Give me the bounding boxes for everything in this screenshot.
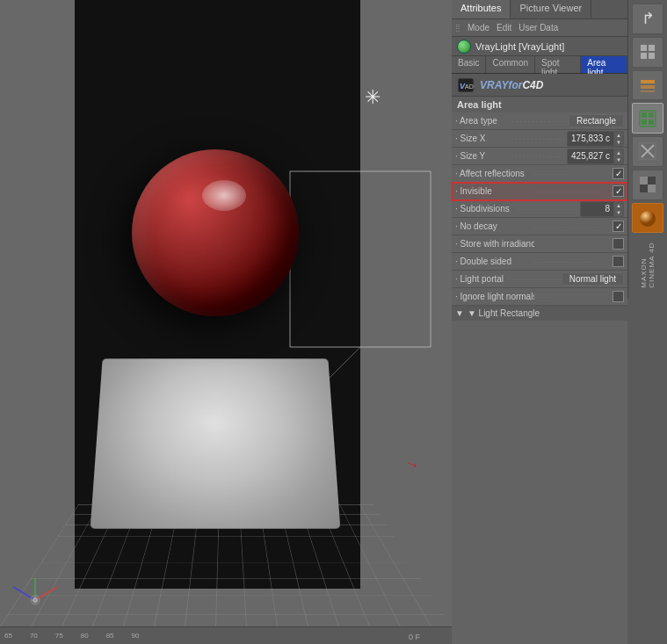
prop-label-size-y: · Size Y: [455, 151, 511, 161]
prop-value-light-portal[interactable]: Normal light: [562, 272, 624, 286]
checkbox-ignore-normals[interactable]: [613, 291, 624, 302]
dots-8: ···············: [534, 257, 613, 266]
prop-label-light-portal: · Light portal: [455, 274, 508, 284]
svg-rect-32: [648, 177, 656, 185]
panel-tab-bar: Attributes Picture Viewer: [452, 0, 627, 19]
spinner-down-sub[interactable]: ▼: [614, 209, 623, 216]
zero-frame-label: 0 F: [409, 633, 420, 641]
spinner-up-sub[interactable]: ▲: [614, 202, 623, 209]
ruler-tick-65: 65: [4, 632, 12, 640]
svg-line-6: [13, 587, 35, 600]
svg-rect-31: [648, 185, 656, 192]
prop-label-size-x: · Size X: [455, 134, 511, 143]
dots-10: ·····: [534, 293, 613, 301]
spinner-arrows-x[interactable]: ▲ ▼: [613, 132, 623, 146]
prop-label-affect-reflections: · Affect reflections: [455, 169, 534, 178]
prop-double-sided: · Double sided ···············: [452, 253, 627, 271]
prop-label-double-sided: · Double sided: [455, 257, 534, 266]
prop-value-size-y[interactable]: 425,827 c ▲ ▼: [567, 148, 624, 164]
prop-affect-reflections: · Affect reflections ········· ✓: [452, 165, 627, 183]
collapse-icon: ▼: [455, 308, 464, 318]
tool-arrow[interactable]: ↱: [632, 4, 663, 34]
section-title: Area light: [452, 97, 627, 112]
prop-value-size-x[interactable]: 175,833 c ▲ ▼: [567, 131, 624, 147]
checkbox-invisible[interactable]: ✓: [613, 185, 624, 197]
spinner-up-y[interactable]: ▲: [614, 149, 623, 156]
svg-rect-33: [640, 185, 648, 192]
tab-basic[interactable]: Basic: [452, 56, 486, 73]
viewport-3d[interactable]: ✳ → 65 70 75 80 85 90 0 F: [0, 0, 452, 644]
prop-size-y: · Size Y ················ 425,827 c ▲ ▼: [452, 148, 627, 165]
ruler-tick-80: 80: [81, 632, 89, 640]
tool-sphere[interactable]: [632, 203, 663, 234]
prop-size-x: · Size X ················ 175,833 c ▲ ▼: [452, 130, 627, 148]
ruler-tick-90: 90: [132, 632, 140, 640]
ruler-tick-75: 75: [55, 632, 63, 640]
prop-subdivisions: · Subdivisions ··············· 8 ▲ ▼: [452, 200, 627, 218]
vraylight-header: VrayLight [VrayLight]: [452, 37, 627, 56]
svg-rect-15: [641, 45, 647, 51]
spinner-down-x[interactable]: ▼: [614, 139, 623, 146]
prop-no-decay: · No decay ················· ✓: [452, 218, 627, 235]
checkbox-store-irradiance[interactable]: [613, 238, 624, 250]
maxon-c4d-label: MAXONCINEMA 4D: [640, 235, 656, 295]
tool-grid4[interactable]: [632, 37, 663, 68]
tab-spotlight[interactable]: Spot light: [535, 56, 581, 73]
star-light-indicator: ✳: [365, 88, 381, 107]
spinner-up-x[interactable]: ▲: [614, 132, 623, 139]
ruler-tick-85: 85: [106, 632, 114, 640]
svg-rect-21: [641, 90, 655, 92]
spinner-arrows-sub[interactable]: ▲ ▼: [613, 202, 623, 216]
sphere-object: [132, 149, 299, 316]
prop-invisible: · Invisible ················· ✓: [452, 183, 627, 200]
svg-rect-24: [649, 112, 654, 118]
mode-bar: ⣿ Mode Edit User Data: [452, 19, 627, 37]
dots-5: ···············: [518, 205, 580, 213]
vray-v: VRAYfor: [480, 79, 522, 91]
checkbox-affect-reflections[interactable]: ✓: [613, 168, 624, 179]
prop-ignore-normals: · Ignore light normals ·····: [452, 288, 627, 306]
ruler-tick-70: 70: [30, 632, 38, 640]
attributes-panel: Attributes Picture Viewer ⣿ Mode Edit Us…: [452, 0, 627, 644]
prop-label-subdivisions: · Subdivisions: [455, 204, 518, 213]
prop-value-area-type[interactable]: Rectangle: [569, 114, 624, 127]
mode-item[interactable]: Mode: [468, 23, 489, 33]
prop-store-irradiance: · Store with irradiance map: [452, 235, 627, 253]
tool-layers[interactable]: [632, 70, 663, 101]
svg-rect-17: [641, 53, 647, 59]
svg-rect-16: [649, 45, 655, 51]
dots-2: ················: [511, 152, 568, 161]
dots-4: ·················: [534, 187, 613, 196]
tab-attributes[interactable]: Attributes: [452, 0, 511, 18]
checkbox-no-decay[interactable]: ✓: [613, 221, 624, 232]
prop-label-invisible: · Invisible: [455, 186, 534, 196]
svg-rect-18: [649, 53, 655, 59]
tab-picture-viewer[interactable]: Picture Viewer: [511, 0, 591, 18]
prop-light-portal: · Light portal ··············· Normal li…: [452, 271, 627, 288]
svg-rect-23: [642, 112, 647, 118]
svg-text:AD: AD: [465, 83, 474, 90]
svg-point-34: [640, 211, 656, 227]
prop-label-store-irradiance: · Store with irradiance map: [455, 239, 534, 249]
tool-grid-dots[interactable]: [632, 103, 663, 134]
vray-logo-bar: V AD VRAYforC4D: [452, 74, 627, 97]
tool-x-pattern[interactable]: [632, 136, 663, 167]
dots-9: ···············: [508, 275, 561, 284]
vraylight-icon: [457, 40, 471, 54]
prop-label-area-type: · Area type: [455, 116, 511, 126]
icon-toolbar: ↱: [627, 0, 667, 299]
sphere-platform: [91, 358, 341, 529]
vraylight-title: VrayLight [VrayLight]: [475, 41, 564, 52]
userdata-item[interactable]: User Data: [518, 23, 558, 33]
vray-logo-text: VRAYforC4D: [480, 79, 543, 91]
spinner-arrows-y[interactable]: ▲ ▼: [613, 149, 623, 163]
grip-icon: ⣿: [455, 24, 460, 32]
tab-common[interactable]: Common: [486, 56, 535, 73]
prop-value-subdivisions[interactable]: 8 ▲ ▼: [580, 201, 624, 217]
light-rectangle-section[interactable]: ▼ ▼ Light Rectangle: [452, 306, 627, 321]
tool-checker[interactable]: [632, 170, 663, 200]
checkbox-double-sided[interactable]: [613, 256, 624, 267]
edit-item[interactable]: Edit: [497, 23, 511, 33]
spinner-down-y[interactable]: ▼: [614, 156, 623, 163]
tab-arealight[interactable]: Area light: [581, 56, 627, 73]
